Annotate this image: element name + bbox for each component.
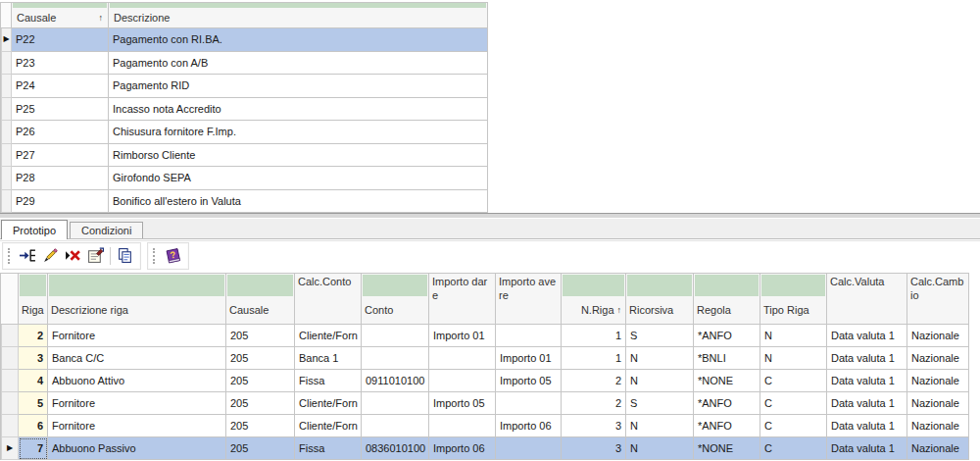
cell-ricorsiva[interactable]: S bbox=[626, 325, 694, 347]
row-selector[interactable] bbox=[1, 325, 19, 347]
cell-riga[interactable]: 7 bbox=[19, 437, 48, 460]
table-row[interactable]: ▶ P22 Pagamento con RI.BA. bbox=[1, 28, 488, 52]
cell-calc-valuta[interactable]: Data valuta 1 bbox=[827, 347, 907, 370]
cell-descrizione-riga[interactable]: Fornitore bbox=[48, 325, 226, 347]
table-row[interactable]: P23 Pagamento con A/B bbox=[1, 52, 488, 76]
column-header-calc-conto[interactable]: Calc.Conto bbox=[295, 274, 362, 325]
cell-tipo-riga[interactable]: C bbox=[760, 415, 827, 437]
row-selector[interactable] bbox=[1, 347, 19, 370]
cell-descrizione-riga[interactable]: Abbuono Attivo bbox=[48, 370, 226, 392]
cell-calc-cambio[interactable]: Nazionale bbox=[907, 347, 969, 370]
cell-descrizione[interactable]: Pagamento con RI.BA. bbox=[109, 28, 488, 52]
cell-causale[interactable]: P26 bbox=[12, 121, 109, 144]
table-row[interactable]: P27 Rimborso Cliente bbox=[1, 144, 488, 168]
table-row[interactable]: P26 Chisusura fornitore F.Imp. bbox=[1, 121, 488, 144]
column-header-calc-valuta[interactable]: Calc.Valuta bbox=[827, 274, 907, 325]
table-row[interactable]: 2 Fornitore 205 Cliente/Forn Importo 01 … bbox=[1, 325, 969, 347]
cell-calc-valuta[interactable]: Data valuta 1 bbox=[827, 437, 907, 460]
cell-descrizione-riga[interactable]: Abbuono Passivo bbox=[48, 437, 226, 460]
table-row[interactable]: P25 Incasso nota Accredito bbox=[1, 98, 488, 122]
cell-riga[interactable]: 2 bbox=[19, 325, 48, 347]
toolbar-grip[interactable] bbox=[153, 248, 158, 264]
cell-importo-avere[interactable] bbox=[496, 325, 562, 347]
cell-importo-dare[interactable]: Importo 05 bbox=[429, 392, 496, 415]
cell-regola[interactable]: *BNLI bbox=[694, 347, 760, 370]
tab-condizioni[interactable]: Condizioni bbox=[70, 222, 143, 238]
cell-regola[interactable]: *ANFO bbox=[694, 392, 760, 415]
cell-conto[interactable]: 0836010100 bbox=[362, 437, 429, 460]
cell-regola[interactable]: *ANFO bbox=[694, 325, 760, 347]
cell-importo-dare[interactable] bbox=[429, 347, 496, 370]
cell-tipo-riga[interactable]: N bbox=[760, 347, 827, 370]
cell-importo-dare[interactable]: Importo 01 bbox=[429, 325, 496, 347]
table-row[interactable]: P28 Girofondo SEPA bbox=[1, 167, 488, 190]
cell-causale[interactable]: P28 bbox=[12, 167, 109, 190]
cell-importo-dare[interactable] bbox=[429, 370, 496, 392]
toolbar-grip[interactable] bbox=[8, 248, 13, 264]
cell-calc-valuta[interactable]: Data valuta 1 bbox=[827, 392, 907, 415]
column-header-causale[interactable]: Causale ↑ bbox=[12, 3, 109, 28]
cell-causale[interactable]: 205 bbox=[226, 370, 295, 392]
cell-calc-cambio[interactable]: Nazionale bbox=[907, 370, 969, 392]
cell-conto[interactable] bbox=[362, 392, 429, 415]
copy-button[interactable] bbox=[114, 244, 136, 267]
row-selector[interactable] bbox=[1, 370, 19, 392]
cell-riga[interactable]: 4 bbox=[19, 370, 48, 392]
cell-importo-avere[interactable]: Importo 01 bbox=[496, 347, 562, 370]
cell-importo-avere[interactable] bbox=[496, 392, 562, 415]
delete-record-button[interactable] bbox=[62, 244, 84, 267]
cell-descrizione[interactable]: Chisusura fornitore F.Imp. bbox=[109, 121, 488, 144]
cell-riga[interactable]: 3 bbox=[19, 347, 48, 370]
cell-calc-valuta[interactable]: Data valuta 1 bbox=[827, 325, 907, 347]
cell-riga[interactable]: 5 bbox=[19, 392, 48, 415]
row-selector[interactable]: ▶ bbox=[1, 437, 19, 460]
cell-n-riga[interactable]: 1 bbox=[562, 347, 626, 370]
cell-calc-conto[interactable]: Banca 1 bbox=[295, 347, 362, 370]
cell-calc-conto[interactable]: Cliente/Forn bbox=[295, 392, 362, 415]
table-row[interactable]: ▶ 7 Abbuono Passivo 205 Fissa 0836010100… bbox=[1, 437, 969, 460]
cell-n-riga[interactable]: 2 bbox=[562, 370, 626, 392]
cell-causale[interactable]: P29 bbox=[12, 190, 109, 214]
cell-causale[interactable]: P23 bbox=[12, 52, 109, 76]
column-header-causale[interactable]: Causale bbox=[226, 274, 295, 325]
cell-causale[interactable]: 205 bbox=[226, 347, 295, 370]
cell-calc-cambio[interactable]: Nazionale bbox=[907, 325, 969, 347]
cell-calc-conto[interactable]: Cliente/Forn bbox=[295, 325, 362, 347]
column-header-descrizione[interactable]: Descrizione bbox=[109, 3, 488, 28]
column-header-ricorsiva[interactable]: Ricorsiva bbox=[626, 274, 694, 325]
record-properties-button[interactable] bbox=[84, 244, 107, 267]
cell-tipo-riga[interactable]: C bbox=[760, 370, 827, 392]
row-selector[interactable] bbox=[1, 121, 12, 144]
column-header-regola[interactable]: Regola bbox=[694, 274, 760, 325]
cell-n-riga[interactable]: 3 bbox=[562, 437, 626, 460]
cell-ricorsiva[interactable]: S bbox=[626, 392, 694, 415]
row-selector-header[interactable] bbox=[1, 274, 19, 325]
cell-ricorsiva[interactable]: N bbox=[626, 370, 694, 392]
cell-calc-cambio[interactable]: Nazionale bbox=[907, 415, 969, 437]
cell-calc-conto[interactable]: Cliente/Forn bbox=[295, 415, 362, 437]
cell-descrizione[interactable]: Pagamento RID bbox=[109, 75, 488, 98]
cell-n-riga[interactable]: 2 bbox=[562, 392, 626, 415]
column-header-importo-avere[interactable]: Importo avere bbox=[496, 274, 562, 325]
cell-calc-conto[interactable]: Fissa bbox=[295, 437, 362, 460]
cell-tipo-riga[interactable]: C bbox=[760, 437, 827, 460]
cell-tipo-riga[interactable]: N bbox=[760, 325, 827, 347]
edit-record-button[interactable] bbox=[39, 244, 62, 267]
row-selector[interactable] bbox=[1, 98, 12, 122]
cell-causale[interactable]: 205 bbox=[226, 392, 295, 415]
tab-prototipo[interactable]: Prototipo bbox=[1, 220, 68, 239]
cell-causale[interactable]: P25 bbox=[12, 98, 109, 122]
cell-calc-cambio[interactable]: Nazionale bbox=[907, 392, 969, 415]
column-header-tipo-riga[interactable]: Tipo Riga bbox=[760, 274, 827, 325]
row-selector[interactable] bbox=[1, 167, 12, 190]
cell-importo-avere[interactable]: Importo 06 bbox=[496, 415, 562, 437]
cell-ricorsiva[interactable]: N bbox=[626, 347, 694, 370]
cell-importo-dare[interactable]: Importo 06 bbox=[429, 437, 496, 460]
row-selector-header[interactable] bbox=[1, 3, 12, 28]
cell-calc-conto[interactable]: Fissa bbox=[295, 370, 362, 392]
cell-n-riga[interactable]: 1 bbox=[562, 325, 626, 347]
table-row[interactable]: 5 Fornitore 205 Cliente/Forn Importo 05 … bbox=[1, 392, 969, 415]
cell-causale[interactable]: 205 bbox=[226, 325, 295, 347]
cell-importo-avere[interactable]: Importo 05 bbox=[496, 370, 562, 392]
row-selector[interactable] bbox=[1, 52, 12, 76]
